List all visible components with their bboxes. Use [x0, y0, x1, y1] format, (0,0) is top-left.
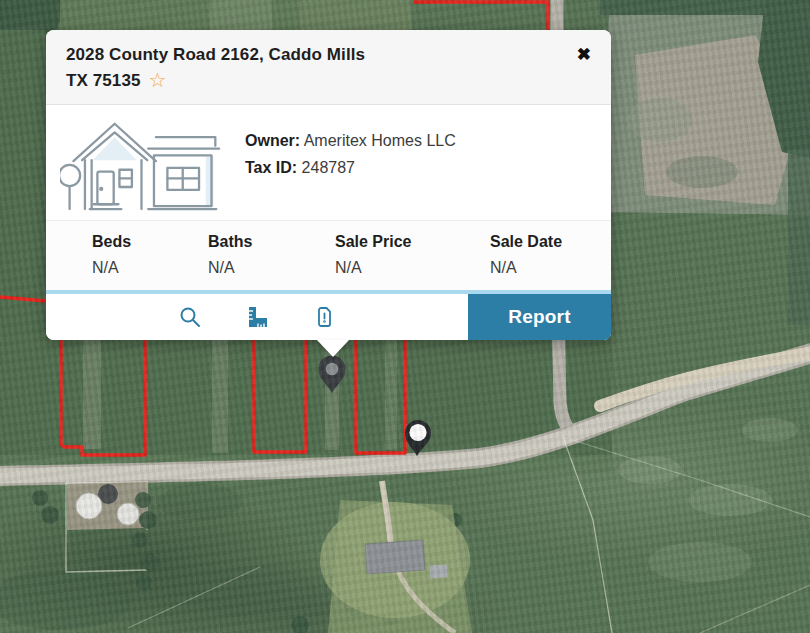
- popup-callout-arrow: [317, 340, 349, 357]
- homestead: [320, 481, 472, 633]
- search-icon[interactable]: [175, 302, 205, 332]
- close-icon[interactable]: ✖: [575, 44, 593, 65]
- tax-id-value: 248787: [302, 159, 355, 176]
- popup-toolbar: Report: [46, 290, 611, 340]
- owner-label: Owner:: [245, 132, 300, 149]
- favorite-star-icon[interactable]: ☆: [149, 70, 167, 90]
- owner-value: Ameritex Homes LLC: [304, 132, 456, 149]
- parcel-map-app: 2028 County Road 2162, Caddo Mills TX 75…: [0, 0, 810, 633]
- stat-baths: Baths N/A: [208, 233, 335, 277]
- tax-id-label: Tax ID:: [245, 159, 297, 176]
- address-line-1: 2028 County Road 2162, Caddo Mills: [66, 45, 365, 64]
- report-button[interactable]: Report: [468, 294, 611, 340]
- property-address: 2028 County Road 2162, Caddo Mills TX 75…: [66, 42, 551, 94]
- owner-info: Owner: Ameritex Homes LLC Tax ID: 248787: [245, 132, 456, 186]
- measure-ruler-icon[interactable]: [242, 302, 272, 332]
- parcel-card-icon[interactable]: [309, 302, 339, 332]
- property-stats: Beds N/A Baths N/A Sale Price N/A Sale D…: [46, 220, 611, 290]
- address-line-2: TX 75135: [66, 71, 141, 90]
- stat-sale-date: Sale Date N/A: [490, 233, 591, 277]
- stat-sale-price: Sale Price N/A: [335, 233, 490, 277]
- popup-header: 2028 County Road 2162, Caddo Mills TX 75…: [46, 30, 611, 105]
- tank-compound: [67, 482, 147, 530]
- property-popup: 2028 County Road 2162, Caddo Mills TX 75…: [46, 30, 611, 340]
- house-illustration: [60, 116, 223, 212]
- popup-body: Owner: Ameritex Homes LLC Tax ID: 248787: [46, 105, 611, 220]
- stat-beds: Beds N/A: [92, 233, 208, 277]
